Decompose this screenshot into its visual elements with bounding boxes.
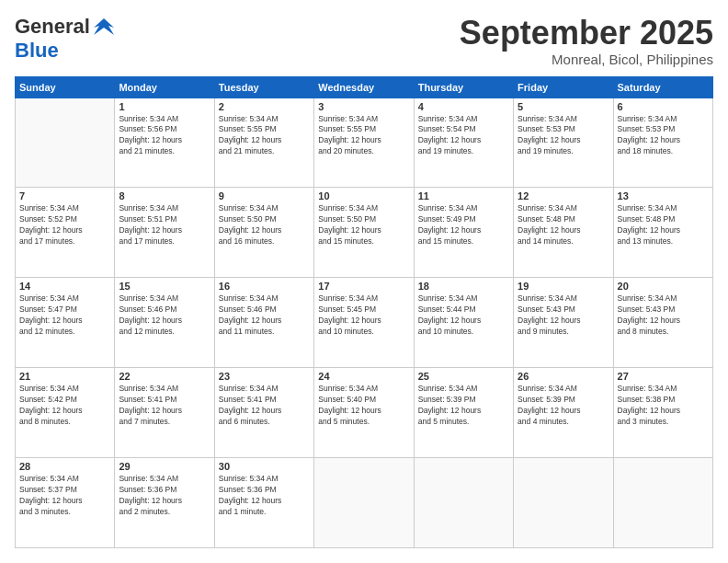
calendar-week-row: 1Sunrise: 5:34 AM Sunset: 5:56 PM Daylig… bbox=[16, 98, 713, 188]
calendar-week-row: 7Sunrise: 5:34 AM Sunset: 5:52 PM Daylig… bbox=[16, 188, 713, 278]
calendar-cell: 15Sunrise: 5:34 AM Sunset: 5:46 PM Dayli… bbox=[115, 278, 214, 368]
calendar-cell: 27Sunrise: 5:34 AM Sunset: 5:38 PM Dayli… bbox=[613, 368, 712, 458]
day-number: 1 bbox=[119, 101, 210, 112]
day-number: 23 bbox=[219, 371, 310, 382]
calendar-cell: 18Sunrise: 5:34 AM Sunset: 5:44 PM Dayli… bbox=[414, 278, 513, 368]
header: General Blue September 2025 Monreal, Bic… bbox=[15, 15, 713, 67]
day-info: Sunrise: 5:34 AM Sunset: 5:40 PM Dayligh… bbox=[318, 384, 409, 428]
calendar-cell: 13Sunrise: 5:34 AM Sunset: 5:48 PM Dayli… bbox=[613, 188, 712, 278]
day-info: Sunrise: 5:34 AM Sunset: 5:48 PM Dayligh… bbox=[618, 203, 709, 247]
day-number: 8 bbox=[119, 190, 210, 201]
day-number: 19 bbox=[518, 281, 609, 292]
day-info: Sunrise: 5:34 AM Sunset: 5:43 PM Dayligh… bbox=[518, 293, 609, 338]
calendar-cell: 29Sunrise: 5:34 AM Sunset: 5:36 PM Dayli… bbox=[115, 458, 214, 548]
calendar-cell: 24Sunrise: 5:34 AM Sunset: 5:40 PM Dayli… bbox=[314, 368, 414, 458]
weekday-header: Tuesday bbox=[214, 76, 313, 98]
day-number: 11 bbox=[418, 190, 509, 201]
day-number: 18 bbox=[418, 281, 509, 292]
calendar-cell: 23Sunrise: 5:34 AM Sunset: 5:41 PM Dayli… bbox=[214, 368, 313, 458]
day-number: 17 bbox=[318, 281, 409, 292]
day-number: 9 bbox=[219, 190, 310, 201]
day-info: Sunrise: 5:34 AM Sunset: 5:39 PM Dayligh… bbox=[518, 384, 609, 428]
calendar-header-row: SundayMondayTuesdayWednesdayThursdayFrid… bbox=[16, 76, 713, 98]
title-block: September 2025 Monreal, Bicol, Philippin… bbox=[460, 15, 713, 67]
day-info: Sunrise: 5:34 AM Sunset: 5:36 PM Dayligh… bbox=[119, 474, 210, 518]
day-number: 22 bbox=[119, 371, 210, 382]
weekday-header: Friday bbox=[514, 76, 613, 98]
day-info: Sunrise: 5:34 AM Sunset: 5:42 PM Dayligh… bbox=[19, 384, 110, 428]
day-number: 20 bbox=[618, 281, 709, 292]
calendar-cell: 7Sunrise: 5:34 AM Sunset: 5:52 PM Daylig… bbox=[16, 188, 115, 278]
calendar-cell: 2Sunrise: 5:34 AM Sunset: 5:55 PM Daylig… bbox=[214, 98, 313, 188]
day-number: 16 bbox=[219, 281, 310, 292]
day-info: Sunrise: 5:34 AM Sunset: 5:39 PM Dayligh… bbox=[418, 384, 509, 428]
location-title: Monreal, Bicol, Philippines bbox=[460, 52, 713, 67]
day-number: 26 bbox=[518, 371, 609, 382]
day-number: 25 bbox=[418, 371, 509, 382]
calendar-cell: 4Sunrise: 5:34 AM Sunset: 5:54 PM Daylig… bbox=[414, 98, 513, 188]
calendar-cell: 6Sunrise: 5:34 AM Sunset: 5:53 PM Daylig… bbox=[613, 98, 712, 188]
day-info: Sunrise: 5:34 AM Sunset: 5:52 PM Dayligh… bbox=[19, 203, 110, 247]
day-number: 2 bbox=[219, 101, 310, 112]
day-number: 10 bbox=[318, 190, 409, 201]
day-info: Sunrise: 5:34 AM Sunset: 5:53 PM Dayligh… bbox=[518, 114, 609, 158]
calendar-cell: 22Sunrise: 5:34 AM Sunset: 5:41 PM Dayli… bbox=[115, 368, 214, 458]
day-number: 30 bbox=[219, 461, 310, 472]
day-info: Sunrise: 5:34 AM Sunset: 5:36 PM Dayligh… bbox=[219, 474, 310, 518]
svg-marker-0 bbox=[94, 18, 114, 35]
day-info: Sunrise: 5:34 AM Sunset: 5:46 PM Dayligh… bbox=[119, 293, 210, 338]
day-info: Sunrise: 5:34 AM Sunset: 5:49 PM Dayligh… bbox=[418, 203, 509, 247]
day-info: Sunrise: 5:34 AM Sunset: 5:43 PM Dayligh… bbox=[618, 293, 709, 338]
day-info: Sunrise: 5:34 AM Sunset: 5:41 PM Dayligh… bbox=[119, 384, 210, 428]
calendar-cell: 5Sunrise: 5:34 AM Sunset: 5:53 PM Daylig… bbox=[514, 98, 613, 188]
day-number: 4 bbox=[418, 101, 509, 112]
calendar-cell: 16Sunrise: 5:34 AM Sunset: 5:46 PM Dayli… bbox=[214, 278, 313, 368]
calendar-cell: 17Sunrise: 5:34 AM Sunset: 5:45 PM Dayli… bbox=[314, 278, 414, 368]
calendar-cell: 14Sunrise: 5:34 AM Sunset: 5:47 PM Dayli… bbox=[16, 278, 115, 368]
day-number: 6 bbox=[618, 101, 709, 112]
day-number: 21 bbox=[19, 371, 110, 382]
day-number: 7 bbox=[19, 190, 110, 201]
day-info: Sunrise: 5:34 AM Sunset: 5:50 PM Dayligh… bbox=[318, 203, 409, 247]
calendar-cell: 20Sunrise: 5:34 AM Sunset: 5:43 PM Dayli… bbox=[613, 278, 712, 368]
weekday-header: Sunday bbox=[16, 76, 115, 98]
page: General Blue September 2025 Monreal, Bic… bbox=[0, 0, 728, 563]
day-number: 15 bbox=[119, 281, 210, 292]
day-number: 14 bbox=[19, 281, 110, 292]
day-info: Sunrise: 5:34 AM Sunset: 5:55 PM Dayligh… bbox=[318, 114, 409, 158]
calendar-cell: 25Sunrise: 5:34 AM Sunset: 5:39 PM Dayli… bbox=[414, 368, 513, 458]
day-info: Sunrise: 5:34 AM Sunset: 5:41 PM Dayligh… bbox=[219, 384, 310, 428]
calendar-cell: 9Sunrise: 5:34 AM Sunset: 5:50 PM Daylig… bbox=[214, 188, 313, 278]
calendar-cell bbox=[514, 458, 613, 548]
day-info: Sunrise: 5:34 AM Sunset: 5:50 PM Dayligh… bbox=[219, 203, 310, 247]
calendar-week-row: 21Sunrise: 5:34 AM Sunset: 5:42 PM Dayli… bbox=[16, 368, 713, 458]
day-info: Sunrise: 5:34 AM Sunset: 5:44 PM Dayligh… bbox=[418, 293, 509, 338]
day-number: 13 bbox=[618, 190, 709, 201]
calendar-cell: 26Sunrise: 5:34 AM Sunset: 5:39 PM Dayli… bbox=[514, 368, 613, 458]
day-info: Sunrise: 5:34 AM Sunset: 5:54 PM Dayligh… bbox=[418, 114, 509, 158]
day-number: 3 bbox=[318, 101, 409, 112]
day-number: 24 bbox=[318, 371, 409, 382]
day-info: Sunrise: 5:34 AM Sunset: 5:55 PM Dayligh… bbox=[219, 114, 310, 158]
logo-general: General bbox=[15, 15, 90, 39]
day-info: Sunrise: 5:34 AM Sunset: 5:46 PM Dayligh… bbox=[219, 293, 310, 338]
calendar-cell: 21Sunrise: 5:34 AM Sunset: 5:42 PM Dayli… bbox=[16, 368, 115, 458]
calendar-cell: 12Sunrise: 5:34 AM Sunset: 5:48 PM Dayli… bbox=[514, 188, 613, 278]
day-number: 29 bbox=[119, 461, 210, 472]
calendar-cell: 19Sunrise: 5:34 AM Sunset: 5:43 PM Dayli… bbox=[514, 278, 613, 368]
calendar-cell: 10Sunrise: 5:34 AM Sunset: 5:50 PM Dayli… bbox=[314, 188, 414, 278]
day-info: Sunrise: 5:34 AM Sunset: 5:53 PM Dayligh… bbox=[618, 114, 709, 158]
weekday-header: Monday bbox=[115, 76, 214, 98]
calendar-cell bbox=[314, 458, 414, 548]
day-number: 27 bbox=[618, 371, 709, 382]
calendar-cell bbox=[613, 458, 712, 548]
calendar-week-row: 14Sunrise: 5:34 AM Sunset: 5:47 PM Dayli… bbox=[16, 278, 713, 368]
logo: General Blue bbox=[15, 15, 114, 63]
weekday-header: Thursday bbox=[414, 76, 513, 98]
day-info: Sunrise: 5:34 AM Sunset: 5:37 PM Dayligh… bbox=[19, 474, 110, 518]
calendar-cell: 3Sunrise: 5:34 AM Sunset: 5:55 PM Daylig… bbox=[314, 98, 414, 188]
weekday-header: Saturday bbox=[613, 76, 712, 98]
calendar-table: SundayMondayTuesdayWednesdayThursdayFrid… bbox=[15, 76, 713, 548]
calendar-cell: 1Sunrise: 5:34 AM Sunset: 5:56 PM Daylig… bbox=[115, 98, 214, 188]
day-info: Sunrise: 5:34 AM Sunset: 5:38 PM Dayligh… bbox=[618, 384, 709, 428]
